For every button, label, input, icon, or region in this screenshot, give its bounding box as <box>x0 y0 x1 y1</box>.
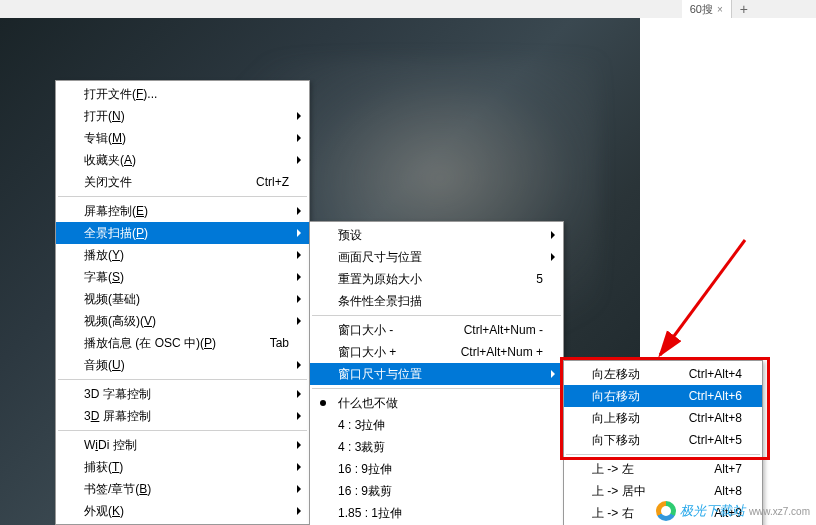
main-menu-item-13[interactable]: 音频(U) <box>56 354 309 376</box>
menu-separator <box>58 196 307 197</box>
main-menu-item-1[interactable]: 打开(N) <box>56 105 309 127</box>
menu-separator <box>58 430 307 431</box>
menu-item-label: 预设 <box>338 227 362 244</box>
radio-dot-icon <box>320 400 326 406</box>
move-menu-item-6[interactable]: 上 -> 居中Alt+8 <box>564 480 762 502</box>
menu-item-shortcut: Ctrl+Alt+4 <box>669 367 742 381</box>
menu-item-label: 窗口尺寸与位置 <box>338 366 422 383</box>
move-menu-item-3[interactable]: 向下移动Ctrl+Alt+5 <box>564 429 762 451</box>
main-menu-item-19[interactable]: 捕获(T) <box>56 456 309 478</box>
panscan-menu-item-2[interactable]: 重置为原始大小5 <box>310 268 563 290</box>
menu-item-label: 关闭文件 <box>84 174 132 191</box>
watermark: 极光下载站 www.xz7.com <box>656 501 810 521</box>
main-menu-item-0[interactable]: 打开文件(F)... <box>56 83 309 105</box>
panscan-menu-item-7[interactable]: 窗口尺寸与位置 <box>310 363 563 385</box>
menu-item-label: 打开(N) <box>84 108 125 125</box>
menu-item-shortcut: Ctrl+Alt+Num + <box>441 345 543 359</box>
menu-item-shortcut: Alt+7 <box>694 462 742 476</box>
menu-item-shortcut: Alt+8 <box>694 484 742 498</box>
panscan-menu-item-5[interactable]: 窗口大小 -Ctrl+Alt+Num - <box>310 319 563 341</box>
main-menu-item-9[interactable]: 字幕(S) <box>56 266 309 288</box>
menu-item-shortcut: Ctrl+Alt+8 <box>669 411 742 425</box>
menu-item-label: 视频(高级)(V) <box>84 313 156 330</box>
main-menu-item-2[interactable]: 专辑(M) <box>56 127 309 149</box>
menu-item-shortcut: 5 <box>516 272 543 286</box>
main-menu-item-21[interactable]: 外观(K) <box>56 500 309 522</box>
move-menu-item-1[interactable]: 向右移动Ctrl+Alt+6 <box>564 385 762 407</box>
watermark-text: 极光下载站 <box>680 502 745 520</box>
panscan-menu-item-14[interactable]: 1.85 : 1拉伸 <box>310 502 563 524</box>
menu-item-label: 什么也不做 <box>338 395 398 412</box>
panscan-menu-item-3[interactable]: 条件性全景扫描 <box>310 290 563 312</box>
menu-item-label: 1.85 : 1拉伸 <box>338 505 402 522</box>
tab-label: 60搜 <box>690 2 713 17</box>
menu-separator <box>566 454 760 455</box>
panscan-menu-item-13[interactable]: 16 : 9裁剪 <box>310 480 563 502</box>
menu-item-label: 打开文件(F)... <box>84 86 157 103</box>
menu-item-label: 收藏夹(A) <box>84 152 136 169</box>
main-menu-item-8[interactable]: 播放(Y) <box>56 244 309 266</box>
menu-item-label: 上 -> 居中 <box>592 483 646 500</box>
browser-tab-bar: 60搜 × + <box>0 0 816 18</box>
close-icon[interactable]: × <box>717 4 723 15</box>
menu-item-label: 向左移动 <box>592 366 640 383</box>
main-menu-item-3[interactable]: 收藏夹(A) <box>56 149 309 171</box>
menu-item-label: WiDi 控制 <box>84 437 137 454</box>
menu-item-label: 屏幕控制(E) <box>84 203 148 220</box>
panscan-menu-item-10[interactable]: 4 : 3拉伸 <box>310 414 563 436</box>
menu-item-shortcut: Ctrl+Alt+5 <box>669 433 742 447</box>
main-menu-item-4[interactable]: 关闭文件Ctrl+Z <box>56 171 309 193</box>
context-menu-main: 打开文件(F)...打开(N)专辑(M)收藏夹(A)关闭文件Ctrl+Z屏幕控制… <box>55 80 310 525</box>
main-menu-item-6[interactable]: 屏幕控制(E) <box>56 200 309 222</box>
menu-item-label: 音频(U) <box>84 357 125 374</box>
menu-item-shortcut: Ctrl+Z <box>236 175 289 189</box>
menu-item-label: 3D 屏幕控制 <box>84 408 151 425</box>
main-menu-item-12[interactable]: 播放信息 (在 OSC 中)(P)Tab <box>56 332 309 354</box>
watermark-logo-icon <box>656 501 676 521</box>
menu-item-label: 重置为原始大小 <box>338 271 422 288</box>
menu-item-label: 书签/章节(B) <box>84 481 151 498</box>
menu-item-label: 播放信息 (在 OSC 中)(P) <box>84 335 216 352</box>
move-menu-item-5[interactable]: 上 -> 左Alt+7 <box>564 458 762 480</box>
panscan-menu-item-0[interactable]: 预设 <box>310 224 563 246</box>
menu-item-shortcut: Ctrl+Alt+6 <box>669 389 742 403</box>
main-menu-item-20[interactable]: 书签/章节(B) <box>56 478 309 500</box>
move-menu-item-0[interactable]: 向左移动Ctrl+Alt+4 <box>564 363 762 385</box>
context-menu-panscan: 预设画面尺寸与位置重置为原始大小5条件性全景扫描窗口大小 -Ctrl+Alt+N… <box>309 221 564 525</box>
menu-item-label: 字幕(S) <box>84 269 124 286</box>
main-menu-item-7[interactable]: 全景扫描(P) <box>56 222 309 244</box>
browser-tab[interactable]: 60搜 × <box>682 0 732 18</box>
menu-item-label: 上 -> 右 <box>592 505 634 522</box>
menu-item-label: 外观(K) <box>84 503 124 520</box>
menu-item-label: 4 : 3裁剪 <box>338 439 385 456</box>
main-menu-item-10[interactable]: 视频(基础) <box>56 288 309 310</box>
menu-item-label: 专辑(M) <box>84 130 126 147</box>
panscan-menu-item-6[interactable]: 窗口大小 +Ctrl+Alt+Num + <box>310 341 563 363</box>
menu-item-label: 16 : 9拉伸 <box>338 461 392 478</box>
move-menu-item-2[interactable]: 向上移动Ctrl+Alt+8 <box>564 407 762 429</box>
main-menu-item-15[interactable]: 3D 字幕控制 <box>56 383 309 405</box>
main-menu-item-11[interactable]: 视频(高级)(V) <box>56 310 309 332</box>
menu-separator <box>58 379 307 380</box>
panscan-menu-item-9[interactable]: 什么也不做 <box>310 392 563 414</box>
main-menu-item-18[interactable]: WiDi 控制 <box>56 434 309 456</box>
menu-item-label: 全景扫描(P) <box>84 225 148 242</box>
menu-item-label: 向右移动 <box>592 388 640 405</box>
menu-item-label: 3D 字幕控制 <box>84 386 151 403</box>
menu-item-label: 播放(Y) <box>84 247 124 264</box>
menu-item-label: 窗口大小 - <box>338 322 393 339</box>
menu-separator <box>312 388 561 389</box>
menu-item-label: 视频(基础) <box>84 291 140 308</box>
menu-separator <box>312 315 561 316</box>
main-menu-item-16[interactable]: 3D 屏幕控制 <box>56 405 309 427</box>
panscan-menu-item-12[interactable]: 16 : 9拉伸 <box>310 458 563 480</box>
panscan-menu-item-11[interactable]: 4 : 3裁剪 <box>310 436 563 458</box>
menu-item-label: 向上移动 <box>592 410 640 427</box>
menu-item-shortcut: Tab <box>250 336 289 350</box>
new-tab-button[interactable]: + <box>732 1 756 17</box>
menu-item-label: 向下移动 <box>592 432 640 449</box>
menu-item-label: 画面尺寸与位置 <box>338 249 422 266</box>
panscan-menu-item-1[interactable]: 画面尺寸与位置 <box>310 246 563 268</box>
menu-item-shortcut: Ctrl+Alt+Num - <box>444 323 543 337</box>
menu-item-label: 上 -> 左 <box>592 461 634 478</box>
